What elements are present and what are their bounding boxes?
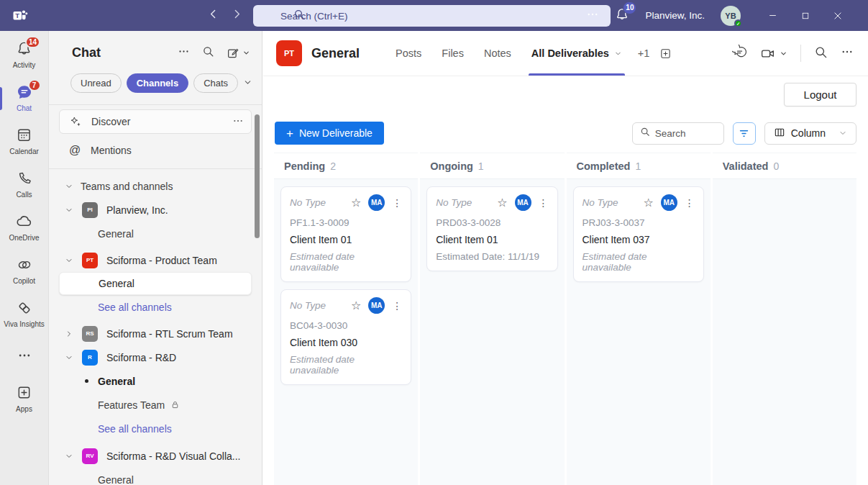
rail-more-apps-icon[interactable]: [17, 348, 32, 367]
add-tab-icon[interactable]: [659, 31, 672, 76]
column-view-button[interactable]: Column: [764, 122, 856, 145]
mentions-item[interactable]: @ Mentions: [59, 138, 252, 163]
channel-planview-general[interactable]: General: [49, 222, 262, 245]
minimize-button[interactable]: [757, 0, 789, 31]
filter-channels[interactable]: Channels: [127, 73, 189, 93]
assignee-avatar[interactable]: MA: [515, 194, 531, 211]
card-more-icon[interactable]: ⋮: [392, 301, 402, 311]
assignee-avatar[interactable]: MA: [368, 297, 385, 314]
rail-item-activity[interactable]: 14 Activity: [0, 40, 49, 74]
card-id: PRD03-3-0028: [436, 217, 548, 228]
new-deliverable-button[interactable]: + New Deliverable: [275, 122, 384, 145]
teams-and-channels-section[interactable]: Teams and channels: [49, 169, 262, 198]
tab-all-deliverables[interactable]: All Deliverables: [521, 31, 632, 76]
filter-unread[interactable]: Unread: [70, 73, 122, 93]
filters-chevron-down-icon[interactable]: [243, 77, 252, 90]
chat-badge: 7: [28, 79, 41, 91]
star-icon[interactable]: ☆: [351, 197, 361, 209]
chevron-down-icon[interactable]: [65, 353, 75, 362]
titlebar-more-icon[interactable]: [586, 8, 599, 24]
forward-button[interactable]: [231, 8, 243, 23]
tab-overflow-count[interactable]: +1: [632, 31, 656, 76]
channel-more-icon[interactable]: [841, 45, 854, 61]
rail-label: Calls: [16, 191, 32, 199]
channel-search-icon[interactable]: [814, 45, 828, 62]
star-icon[interactable]: ☆: [351, 300, 361, 312]
team-avatar: R: [82, 350, 98, 366]
tab-posts[interactable]: Posts: [385, 31, 431, 76]
chat-search-icon[interactable]: [202, 45, 214, 60]
deliverable-card[interactable]: No Type ☆ MA ⋮ BC04-3-0030 Client Item 0…: [280, 289, 411, 385]
channel-features-team[interactable]: Features Team: [49, 393, 262, 417]
channel-rnd-general-unread[interactable]: General: [49, 369, 262, 393]
channel-team-avatar: PT: [276, 40, 302, 66]
filter-chats[interactable]: Chats: [193, 73, 238, 93]
close-button[interactable]: [821, 0, 854, 31]
deliverable-card[interactable]: No Type ☆ MA ⋮ PRJ03-3-0037 Client Item …: [573, 186, 704, 282]
back-button[interactable]: [207, 8, 219, 23]
global-search-input[interactable]: [280, 11, 583, 22]
column-name: Validated: [723, 160, 769, 172]
card-title[interactable]: Client Item 01: [290, 234, 402, 245]
column-count: 2: [330, 160, 336, 172]
card-title[interactable]: Client Item 01: [436, 234, 548, 245]
see-all-channels-link[interactable]: See all channels: [49, 417, 262, 440]
channel-product-general-selected[interactable]: General: [59, 272, 252, 295]
card-more-icon[interactable]: ⋮: [392, 198, 402, 208]
rail-item-onedrive[interactable]: OneDrive: [0, 213, 49, 247]
deliverable-card[interactable]: No Type ☆ MA ⋮ PRD03-3-0028 Client Item …: [426, 186, 557, 271]
logout-button[interactable]: Logout: [784, 83, 856, 106]
board-column-validated: Validated 0: [713, 153, 856, 485]
filter-button[interactable]: [733, 122, 756, 145]
rail-item-chat[interactable]: 7 Chat: [0, 83, 49, 117]
calendar-icon: [16, 127, 32, 146]
plus-icon: +: [286, 127, 293, 140]
card-title[interactable]: Client Item 030: [290, 337, 402, 348]
channel-chat-icon[interactable]: [732, 45, 747, 63]
panel-scrollbar[interactable]: [255, 114, 260, 238]
discover-item[interactable]: Discover: [59, 109, 252, 134]
rail-item-apps[interactable]: Apps: [0, 384, 49, 418]
teams-window: T 10 Planview, Inc. YB ✓: [0, 0, 868, 485]
team-planview[interactable]: PI Planview, Inc.: [49, 198, 262, 222]
chevron-down-icon[interactable]: [65, 256, 75, 265]
sparkle-icon: [70, 116, 91, 128]
chevron-down-icon: [614, 50, 622, 58]
chevron-down-icon[interactable]: [65, 452, 75, 461]
deliverable-card[interactable]: No Type ☆ MA ⋮ PF1.1-3-0009 Client Item …: [280, 186, 411, 282]
tab-notes[interactable]: Notes: [474, 31, 521, 76]
card-type-label: No Type: [583, 197, 644, 208]
rail-item-copilot[interactable]: Copilot: [0, 256, 49, 290]
rail-item-calendar[interactable]: Calendar: [0, 127, 49, 160]
tab-files[interactable]: Files: [431, 31, 474, 76]
board-search-input[interactable]: [655, 128, 713, 139]
chevron-down-icon[interactable]: [65, 206, 75, 214]
assignee-avatar[interactable]: MA: [661, 194, 677, 211]
star-icon[interactable]: ☆: [643, 197, 653, 209]
meet-camera-icon[interactable]: [760, 46, 787, 61]
assignee-avatar[interactable]: MA: [368, 194, 385, 211]
card-more-icon[interactable]: ⋮: [685, 198, 695, 208]
star-icon[interactable]: ☆: [497, 197, 507, 209]
chat-options-icon[interactable]: [178, 45, 190, 60]
discover-options-icon[interactable]: [232, 115, 244, 129]
new-chat-icon[interactable]: [227, 47, 250, 60]
user-avatar[interactable]: YB ✓: [721, 6, 741, 26]
org-name[interactable]: Planview, Inc.: [645, 10, 705, 21]
team-rnd[interactable]: R Sciforma - R&D: [49, 345, 262, 369]
rail-item-viva-insights[interactable]: Viva Insights: [0, 299, 49, 333]
team-product-team[interactable]: PT Sciforma - Product Team: [49, 248, 262, 272]
global-search-box[interactable]: [253, 5, 611, 27]
card-title[interactable]: Client Item 037: [583, 234, 695, 245]
maximize-button[interactable]: [789, 0, 821, 31]
card-type-label: No Type: [290, 197, 351, 208]
team-rnd-visual[interactable]: RV Sciforma - R&D Visual Colla...: [49, 444, 262, 468]
card-more-icon[interactable]: ⋮: [539, 198, 549, 208]
see-all-channels-link[interactable]: See all channels: [49, 295, 262, 319]
notifications-bell-icon[interactable]: 10: [615, 7, 629, 24]
board-search-box[interactable]: [632, 122, 724, 145]
channel-rnd-visual-general[interactable]: General: [49, 468, 262, 485]
rail-item-calls[interactable]: Calls: [0, 170, 49, 204]
chevron-right-icon[interactable]: [65, 330, 75, 338]
team-rtl-scrum[interactable]: RS Sciforma - RTL Scrum Team: [49, 322, 262, 345]
